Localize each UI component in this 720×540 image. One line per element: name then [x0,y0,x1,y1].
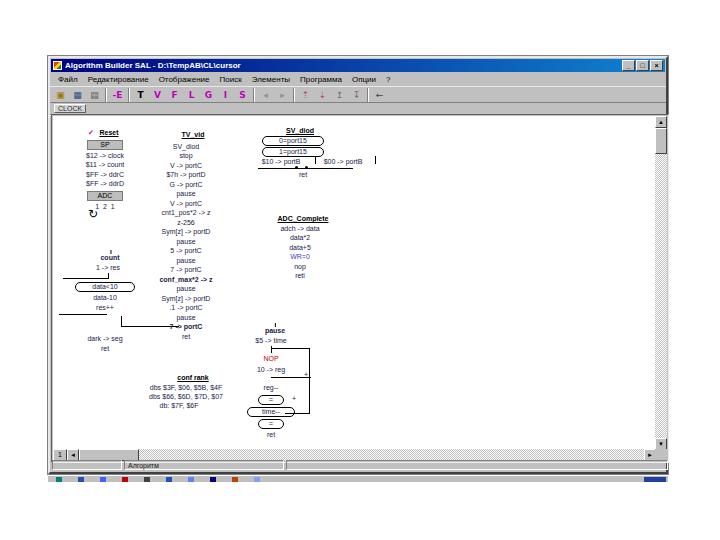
flow-text[interactable]: .1 -> portC [169,304,202,312]
flow-oval[interactable]: = [258,419,284,429]
insert-label-icon[interactable]: L [183,87,200,102]
minimize-button[interactable]: _ [622,60,635,71]
flow-text[interactable]: 5 -> portC [170,247,201,255]
taskbar-icon[interactable] [210,477,216,482]
taskbar-icon[interactable] [166,477,172,482]
flow-text[interactable]: 1 2 1 [95,203,114,211]
flow-text[interactable]: db: $7F, $6F [160,402,199,410]
step-down-icon[interactable]: ↧ [348,87,365,102]
flow-text[interactable]: $FF -> ddrD [86,180,124,188]
vertical-scroll-thumb[interactable] [655,128,667,154]
flow-text[interactable]: $10 -> portB [262,158,301,166]
close-button[interactable]: × [650,60,663,71]
taskbar-icon[interactable] [144,477,150,482]
flow-title[interactable]: SV_diod [286,127,314,135]
flow-text[interactable]: ↻ [88,210,98,218]
flow-text[interactable]: NOP [263,355,278,363]
menu-item-3[interactable]: Поиск [215,74,247,85]
flow-text[interactable]: z-256 [177,219,195,227]
flow-title[interactable]: TV_vid [182,131,205,139]
flow-oval[interactable]: data<10 [75,282,135,292]
flow-text[interactable]: $12 -> clock [86,152,124,160]
flow-boxsel[interactable]: ADC [87,191,123,201]
vertical-scrollbar[interactable]: ▲ ▼ [655,116,667,450]
flow-text[interactable]: stop [179,152,192,160]
flow-text[interactable]: data*2 [290,234,310,242]
flow-text[interactable]: $5 -> time [255,337,286,345]
menu-item-2[interactable]: Отображение [154,74,215,85]
flow-text[interactable]: V -> portC [170,200,202,208]
tab-clock[interactable]: CLOCK [54,104,86,113]
flow-text[interactable]: 7 -> portC [170,266,201,274]
insert-setter-icon[interactable]: S [234,87,251,102]
taskbar-icon[interactable] [122,477,128,482]
menu-item-1[interactable]: Редактирование [83,74,154,85]
nav-next-icon[interactable]: ▸ [274,87,291,102]
flow-label[interactable]: count [100,254,119,262]
flow-text[interactable]: reg-- [264,384,279,392]
menu-item-7[interactable]: ? [381,74,395,85]
flow-text[interactable]: 7 -> portC [170,323,203,331]
flow-text[interactable]: nop [294,263,306,271]
flow-text[interactable]: $7h -> portD [166,171,205,179]
flow-text[interactable]: pause [176,190,195,198]
taskbar-icon[interactable] [188,477,194,482]
flow-text[interactable]: data-10 [93,294,117,302]
flow-text[interactable]: reti [295,272,305,280]
flow-text[interactable]: V -> portC [170,162,202,170]
insert-vertex-icon[interactable]: V [149,87,166,102]
taskbar-icon[interactable] [232,477,238,482]
flow-oval[interactable]: = [258,395,284,405]
flow-text[interactable]: adch -> data [280,225,319,233]
flow-text[interactable]: G -> portC [170,181,203,189]
taskbar-icon[interactable] [100,477,106,482]
flow-text[interactable]: 10 -> reg [257,366,285,374]
flow-oval[interactable]: time-- [247,407,295,417]
flow-text[interactable]: + [292,395,296,403]
flow-boxsel[interactable]: SP [87,140,123,150]
menu-item-5[interactable]: Программа [295,74,347,85]
flow-text[interactable]: $FF -> ddrC [86,171,124,179]
flow-check[interactable]: ✓ [88,129,94,137]
flow-text[interactable]: pause [176,257,195,265]
maximize-button[interactable]: □ [636,60,649,71]
flow-text[interactable]: conf_max*2 -> z [159,276,212,284]
flow-text[interactable]: 1 -> res [96,264,120,272]
save-icon[interactable]: ▦ [69,87,86,102]
print-icon[interactable]: ▤ [86,87,103,102]
open-icon[interactable]: ▣ [52,87,69,102]
flow-label[interactable]: pause [265,327,285,335]
flow-text[interactable]: SV_diod [173,143,199,151]
flow-text[interactable]: pause [176,285,195,293]
element-tool-icon[interactable]: -E [109,87,126,102]
flow-title[interactable]: Reset [99,129,118,137]
titlebar[interactable]: Algorithm Builder SAL - D:\TempAB\CL\cur… [51,59,665,72]
flow-title[interactable]: conf rank [177,374,209,382]
menu-item-4[interactable]: Элементы [247,74,295,85]
taskbar-icon[interactable] [254,477,260,482]
insert-text-icon[interactable]: T [132,87,149,102]
nav-prev-icon[interactable]: ◂ [257,87,274,102]
undo-icon[interactable]: ← [371,87,388,102]
step-up-icon[interactable]: ↥ [331,87,348,102]
jump-up-icon[interactable]: ⇡ [297,87,314,102]
insert-condition-icon[interactable]: G [200,87,217,102]
flow-text[interactable]: ret [267,431,275,439]
flow-text[interactable]: data+5 [289,244,311,252]
algorithm-canvas[interactable]: ✓ResetSP$12 -> clock$11 -> count$FF -> d… [53,116,656,450]
insert-field-icon[interactable]: F [166,87,183,102]
flow-text[interactable]: + [304,371,308,379]
flow-title[interactable]: ADC_Complete [278,215,329,223]
flow-text[interactable]: $11 -> count [86,161,125,169]
flow-text[interactable]: dbs $66, $6D, $7D, $07 [149,393,223,401]
flow-text[interactable]: ret [182,333,190,341]
taskbar-icon[interactable] [56,477,62,482]
menu-item-0[interactable]: Файл [53,74,83,85]
taskbar-icon[interactable] [78,477,84,482]
flow-text[interactable]: pause [176,314,195,322]
flow-text[interactable]: res++ [96,304,114,312]
flow-text[interactable]: dark -> seg [87,335,122,343]
flow-text[interactable]: $00 -> portB [324,158,363,166]
taskbar[interactable] [48,475,668,482]
flow-text[interactable]: ret [299,171,307,179]
